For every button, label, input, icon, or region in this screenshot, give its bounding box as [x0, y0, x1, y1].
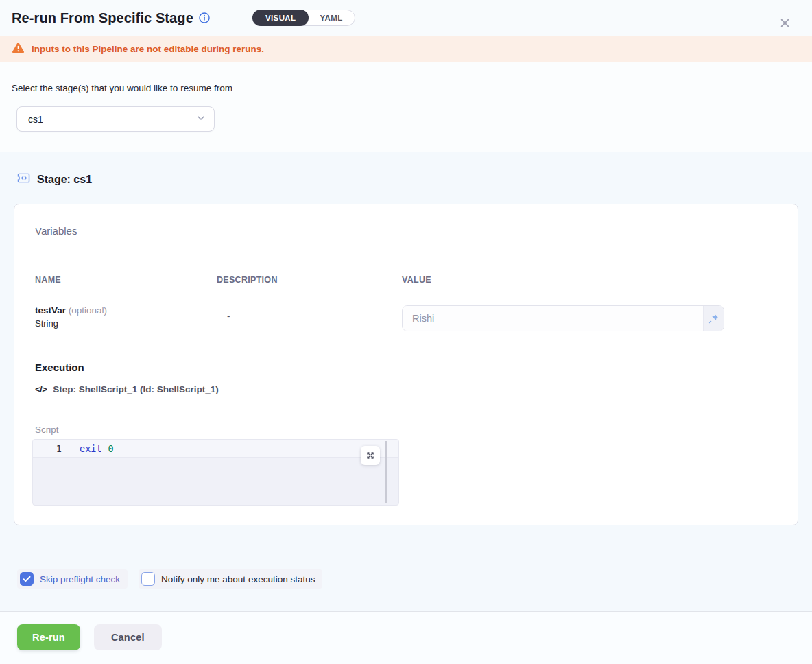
close-icon — [780, 18, 790, 28]
table-row: testVar (optional) String - — [35, 305, 777, 331]
code-line: 1 exit0 — [33, 440, 398, 458]
warning-icon — [12, 42, 25, 56]
variable-name: testVar — [35, 305, 66, 316]
toggle-visual[interactable]: VISUAL — [252, 10, 309, 26]
info-icon[interactable] — [199, 12, 210, 23]
step-label: Step: ShellScript_1 (Id: ShellScript_1) — [53, 384, 219, 394]
custom-stage-icon — [17, 172, 30, 187]
variables-table-header: NAME DESCRIPTION VALUE — [35, 275, 777, 285]
skip-preflight-checkbox[interactable]: Skip preflight check — [17, 569, 128, 589]
stage-select-dropdown[interactable]: cs1 — [16, 106, 215, 132]
column-header-name: NAME — [35, 275, 217, 285]
variable-type: String — [35, 318, 217, 329]
variable-value-input[interactable] — [403, 306, 703, 331]
variable-description: - — [217, 305, 402, 321]
checkbox-icon — [141, 572, 155, 586]
rerun-from-stage-modal: Re-run From Specific Stage VISUAL YAML — [0, 0, 812, 664]
modal-header: Re-run From Specific Stage VISUAL YAML — [0, 0, 812, 36]
toggle-yaml[interactable]: YAML — [308, 10, 354, 26]
expand-icon — [366, 451, 375, 460]
editor-scrollbar[interactable] — [385, 441, 387, 503]
close-button[interactable] — [777, 15, 793, 31]
checkbox-label: Skip preflight check — [40, 574, 120, 584]
code-text: exit0 — [80, 443, 114, 454]
checkbox-label: Notify only me about execution status — [161, 574, 315, 584]
notify-only-me-checkbox[interactable]: Notify only me about execution status — [139, 569, 322, 589]
modal-footer: Re-run Cancel — [0, 611, 812, 664]
stage-select-section: Select the stage(s) that you would like … — [0, 62, 812, 152]
stage-card: Variables NAME DESCRIPTION VALUE testVar… — [14, 204, 798, 525]
step-row: </> Step: ShellScript_1 (Id: ShellScript… — [35, 384, 777, 394]
run-options: Skip preflight check Notify only me abou… — [0, 569, 812, 589]
checkbox-icon — [20, 572, 34, 586]
chevron-down-icon — [196, 113, 206, 126]
script-editor[interactable]: 1 exit0 — [32, 439, 399, 506]
expand-editor-button[interactable] — [361, 446, 380, 465]
execution-heading: Execution — [35, 361, 777, 373]
warning-text: Inputs to this Pipeline are not editable… — [32, 44, 264, 54]
variable-optional-label: (optional) — [69, 305, 107, 316]
pin-icon — [708, 313, 719, 324]
stage-heading-text: Stage: cs1 — [37, 174, 92, 186]
variables-heading: Variables — [35, 225, 777, 237]
code-keyword: exit — [80, 443, 102, 454]
stage-heading: Stage: cs1 — [0, 172, 812, 187]
variable-name-cell: testVar (optional) String — [35, 305, 217, 329]
line-number: 1 — [33, 443, 80, 454]
page-title: Re-run From Specific Stage — [12, 10, 193, 26]
script-label: Script — [35, 425, 777, 435]
code-step-icon: </> — [35, 384, 47, 394]
column-header-description: DESCRIPTION — [217, 275, 402, 285]
rerun-button[interactable]: Re-run — [17, 624, 80, 650]
code-number: 0 — [108, 443, 114, 454]
variable-value-field — [402, 305, 724, 331]
stage-section: Stage: cs1 Variables NAME DESCRIPTION VA… — [0, 152, 812, 611]
pin-button[interactable] — [703, 306, 724, 331]
warning-banner: Inputs to this Pipeline are not editable… — [0, 36, 812, 62]
visual-yaml-toggle: VISUAL YAML — [252, 10, 355, 26]
stage-select-label: Select the stage(s) that you would like … — [12, 83, 812, 93]
column-header-value: VALUE — [402, 275, 777, 285]
stage-select-value: cs1 — [28, 114, 43, 125]
cancel-button[interactable]: Cancel — [94, 624, 162, 650]
